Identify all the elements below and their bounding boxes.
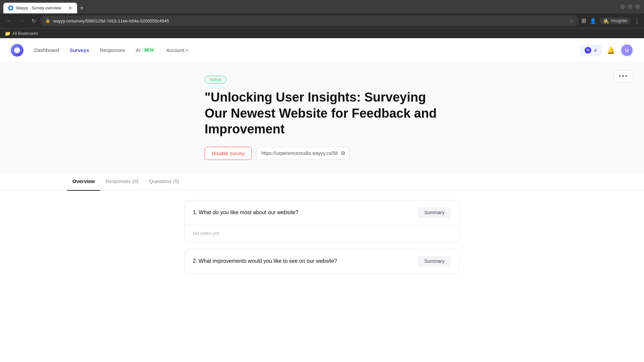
tab-title: Wayyy - Survey overview	[16, 6, 66, 10]
question-1-summary-button[interactable]: Summary	[418, 207, 451, 218]
nav-dashboard[interactable]: Dashboard	[34, 47, 59, 53]
tab-bar: Wayyy - Survey overview ✕ +	[0, 0, 644, 13]
sync-icon: ↻	[585, 47, 591, 54]
question-1-body: What do you like most about our website?	[199, 209, 298, 215]
lock-icon: 🔒	[45, 18, 50, 23]
window-close[interactable]	[635, 4, 640, 9]
navigation: Dashboard Surveys Responses AI BETA Acco…	[0, 38, 644, 62]
tab-questions[interactable]: Questions (5)	[144, 172, 184, 191]
nav-items: Dashboard Surveys Responses AI BETA Acco…	[34, 47, 580, 53]
toolbar-right-controls: ⊞ 👤 🕵 Incognito ⋮	[581, 17, 640, 24]
menu-button[interactable]: ⋮	[634, 17, 640, 24]
question-2-text: 2.What improvements would you like to se…	[193, 258, 337, 264]
logo[interactable]	[11, 44, 23, 57]
tab-responses[interactable]: Responses (0)	[100, 172, 144, 191]
question-2-body: What improvements would you like to see …	[199, 258, 337, 264]
question-1-body-section: No votes yet	[185, 225, 459, 242]
tab-overview[interactable]: Overview	[67, 172, 100, 191]
nav-ai-label: AI	[136, 47, 141, 53]
bookmarks-bar-label: All Bookmarks	[12, 31, 38, 36]
avatar[interactable]: U	[621, 44, 633, 57]
copy-icon: ⧉	[341, 150, 345, 156]
active-badge: Active	[205, 76, 226, 83]
question-card-1: 1.What do you like most about our websit…	[184, 200, 460, 242]
disable-survey-button[interactable]: Disable survey	[205, 147, 252, 160]
question-card-2: 2.What improvements would you like to se…	[184, 249, 460, 274]
bookmarks-bar: 📁 All Bookmarks	[0, 28, 644, 38]
nav-right: ↻ 4 🔔 U	[580, 44, 633, 57]
new-tab-button[interactable]: +	[80, 5, 84, 11]
profile-button[interactable]: 👤	[590, 18, 596, 24]
question-1-header: 1.What do you like most about our websit…	[185, 200, 459, 225]
extensions-button[interactable]: ⊞	[581, 17, 586, 24]
bookmark-star-icon[interactable]: ☆	[569, 18, 574, 24]
question-1-text: 1.What do you like most about our websit…	[193, 209, 298, 216]
nav-responses[interactable]: Responses	[100, 47, 125, 53]
nav-surveys[interactable]: Surveys	[69, 47, 89, 53]
nav-account-item[interactable]: Account ▾	[166, 47, 187, 53]
tabs-bar: Overview Responses (0) Questions (5)	[0, 172, 644, 191]
bookmarks-folder-icon: 📁	[5, 31, 10, 36]
beta-badge: BETA	[143, 48, 155, 53]
incognito-badge: 🕵 Incognito	[600, 17, 631, 24]
tab-favicon	[8, 5, 13, 11]
back-button[interactable]: ←	[4, 16, 14, 26]
survey-url-box[interactable]: https://uxperiencestudio.wayyy.co/58 ⧉	[256, 147, 350, 160]
app: Dashboard Surveys Responses AI BETA Acco…	[0, 38, 644, 290]
tab-close-icon[interactable]: ✕	[68, 5, 72, 11]
survey-url-text: https://uxperiencestudio.wayyy.co/58	[261, 150, 338, 156]
main-content: 1.What do you like most about our websit…	[171, 191, 473, 290]
reload-button[interactable]: ↻	[30, 16, 38, 25]
survey-title: "Unlocking User Insights: Surveying Our …	[205, 89, 439, 137]
active-tab[interactable]: Wayyy - Survey overview ✕	[3, 3, 77, 13]
question-1-number: 1.	[193, 209, 197, 215]
hero-section: Active "Unlocking User Insights: Surveyi…	[0, 62, 644, 172]
question-2-summary-button[interactable]: Summary	[418, 256, 451, 266]
window-maximize[interactable]	[628, 4, 633, 9]
nav-account-label: Account	[166, 47, 184, 53]
notification-button[interactable]: 🔔	[607, 46, 615, 54]
more-options-button[interactable]: •••	[614, 70, 633, 82]
sync-count: 4	[594, 48, 597, 53]
forward-button[interactable]: →	[17, 16, 27, 26]
incognito-icon: 🕵	[603, 18, 609, 23]
address-bar[interactable]: 🔒 wayyy.co/survey/5860126d-7d13-11ee-b54…	[41, 15, 579, 26]
sync-button[interactable]: ↻ 4	[580, 45, 601, 56]
question-2-number: 2.	[193, 258, 197, 264]
no-votes-label-1: No votes yet	[193, 231, 219, 236]
nav-ai-item[interactable]: AI BETA	[136, 47, 156, 53]
browser-chrome: Wayyy - Survey overview ✕ + ← → ↻ 🔒 wayy…	[0, 0, 644, 38]
chevron-down-icon: ▾	[186, 48, 188, 53]
window-minimize[interactable]	[621, 4, 625, 9]
url-display: wayyy.co/survey/5860126d-7d13-11ee-b54a-…	[53, 18, 567, 23]
hero-actions: Disable survey https://uxperiencestudio.…	[205, 147, 439, 160]
browser-toolbar: ← → ↻ 🔒 wayyy.co/survey/5860126d-7d13-11…	[0, 13, 644, 28]
incognito-label: Incognito	[611, 18, 627, 23]
question-2-header: 2.What improvements would you like to se…	[185, 249, 459, 273]
